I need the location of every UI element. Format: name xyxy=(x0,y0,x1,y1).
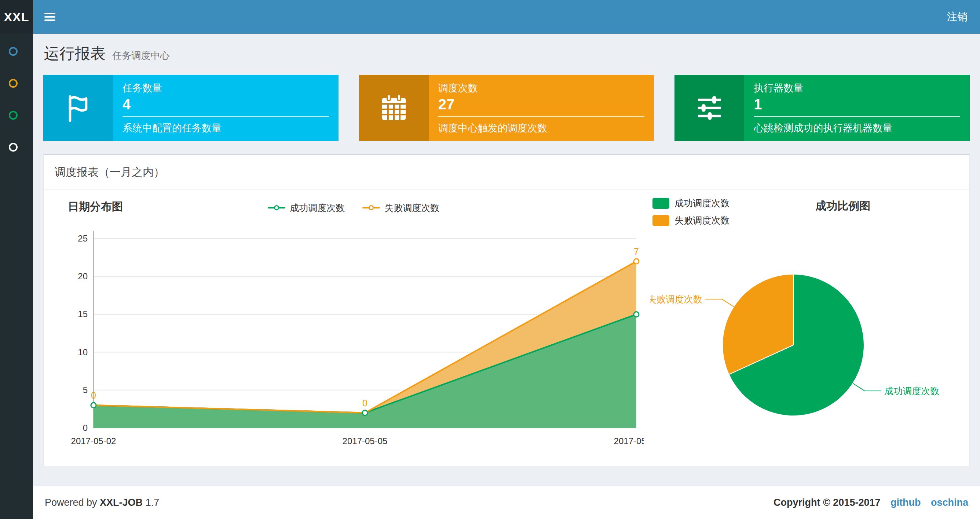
pie-callout-line xyxy=(705,299,734,307)
sidebar-item-jobs[interactable] xyxy=(0,67,33,99)
product-name: XXL-JOB xyxy=(100,497,143,508)
oschina-link[interactable]: oschina xyxy=(931,497,968,508)
pie-callout-line xyxy=(853,383,882,391)
x-tick-label: 2017-05-05 xyxy=(342,436,388,446)
y-tick-label: 25 xyxy=(78,233,88,243)
info-box-description: 心跳检测成功的执行器机器数量 xyxy=(754,121,960,135)
legend-item-success[interactable]: 成功调度次数 xyxy=(652,197,730,209)
success-point[interactable] xyxy=(363,410,368,415)
app-logo[interactable]: XXL xyxy=(0,0,33,34)
y-tick-label: 5 xyxy=(83,385,88,395)
pie-slice-label: 成功调度次数 xyxy=(885,386,940,396)
page-title: 运行报表 xyxy=(44,43,106,64)
github-link[interactable]: github xyxy=(891,497,921,508)
powered-by: Powered by XXL-JOB 1.7 xyxy=(45,497,159,508)
legend-item-success[interactable]: 成功调度次数 xyxy=(268,202,345,214)
info-box-trigger-count[interactable]: 调度次数 27 调度中心触发的调度次数 xyxy=(359,75,654,141)
info-box-value: 1 xyxy=(754,96,960,113)
logout-link[interactable]: 注销 xyxy=(934,0,980,34)
success-ratio-chart: 成功调度次数失败调度次数 xyxy=(650,227,944,432)
report-panel: 调度报表（一月之内） 日期分布图 成功调度次数 xyxy=(43,154,970,466)
circle-icon xyxy=(9,79,18,88)
success-point[interactable] xyxy=(91,402,96,408)
info-box-description: 调度中心触发的调度次数 xyxy=(438,121,645,135)
pie-slice-label: 失败调度次数 xyxy=(650,294,702,304)
line-chart-legend: 成功调度次数 失败调度次数 xyxy=(268,202,439,214)
content-area: 运行报表 任务调度中心 任务数量 4 系统中 xyxy=(33,34,980,486)
divider xyxy=(754,117,960,117)
date-distribution-section: 日期分布图 成功调度次数 xyxy=(57,197,650,455)
point-label: 0 xyxy=(91,390,96,401)
footer: Powered by XXL-JOB 1.7 Copyright © 2015-… xyxy=(33,486,980,519)
info-box-title: 任务数量 xyxy=(123,81,329,95)
sidebar-item-report[interactable] xyxy=(0,35,33,67)
calendar-icon xyxy=(359,75,429,141)
legend-item-fail[interactable]: 失败调度次数 xyxy=(363,202,439,214)
info-box-value: 27 xyxy=(438,96,645,113)
sidebar-item-executors[interactable] xyxy=(0,131,33,163)
page-header: 运行报表 任务调度中心 xyxy=(44,43,969,64)
point-label: 0 xyxy=(363,398,368,408)
hamburger-icon xyxy=(45,13,56,14)
divider xyxy=(123,117,329,117)
fail-point[interactable] xyxy=(634,259,639,264)
success-point[interactable] xyxy=(634,311,639,317)
x-tick-label: 2017-05-08 xyxy=(614,436,644,446)
flag-icon xyxy=(43,75,113,141)
info-box-description: 系统中配置的任务数量 xyxy=(123,121,329,135)
copyright: Copyright © 2015-2017 xyxy=(773,497,881,508)
legend-label: 成功调度次数 xyxy=(675,197,730,209)
sidebar-toggle-button[interactable] xyxy=(33,0,67,34)
page-subtitle: 任务调度中心 xyxy=(112,50,169,61)
line-marker-icon xyxy=(268,207,285,209)
info-box-executor-count[interactable]: 执行器数量 1 心跳检测成功的执行器机器数量 xyxy=(675,75,970,141)
info-box-title: 调度次数 xyxy=(438,81,645,95)
divider xyxy=(438,117,645,117)
success-ratio-section: 成功调度次数 失败调度次数 成功比例图 成功调度次数失败调度次数 xyxy=(650,197,956,455)
line-marker-icon xyxy=(363,207,380,209)
swatch-icon xyxy=(652,198,669,209)
circle-icon xyxy=(9,143,18,152)
circle-icon xyxy=(9,47,18,56)
legend-label: 成功调度次数 xyxy=(290,202,345,214)
pie-chart-title: 成功比例图 xyxy=(730,197,956,214)
info-box-row: 任务数量 4 系统中配置的任务数量 xyxy=(43,75,970,141)
sidebar xyxy=(0,34,33,519)
date-distribution-chart: 05101520252017-05-022017-05-052017-05-08… xyxy=(57,219,644,453)
legend-item-fail[interactable]: 失败调度次数 xyxy=(652,214,730,227)
line-chart-title: 日期分布图 xyxy=(68,199,123,214)
legend-label: 失败调度次数 xyxy=(675,214,730,227)
y-tick-label: 0 xyxy=(83,423,88,433)
panel-title: 调度报表（一月之内） xyxy=(44,155,969,190)
info-box-job-count[interactable]: 任务数量 4 系统中配置的任务数量 xyxy=(43,75,339,141)
circle-icon xyxy=(9,111,18,120)
info-box-title: 执行器数量 xyxy=(754,81,960,95)
navbar-spacer xyxy=(67,0,934,34)
sliders-icon xyxy=(675,75,744,141)
top-navbar: XXL 注销 xyxy=(0,0,980,34)
x-tick-label: 2017-05-02 xyxy=(71,436,116,446)
legend-label: 失败调度次数 xyxy=(384,202,439,214)
y-tick-label: 20 xyxy=(78,271,88,281)
swatch-icon xyxy=(652,215,669,226)
pie-chart-legend: 成功调度次数 失败调度次数 xyxy=(650,197,730,227)
y-tick-label: 15 xyxy=(78,309,88,319)
sidebar-item-logs[interactable] xyxy=(0,99,33,131)
info-box-value: 4 xyxy=(123,96,329,113)
point-label: 7 xyxy=(634,246,639,257)
y-tick-label: 10 xyxy=(78,347,88,357)
